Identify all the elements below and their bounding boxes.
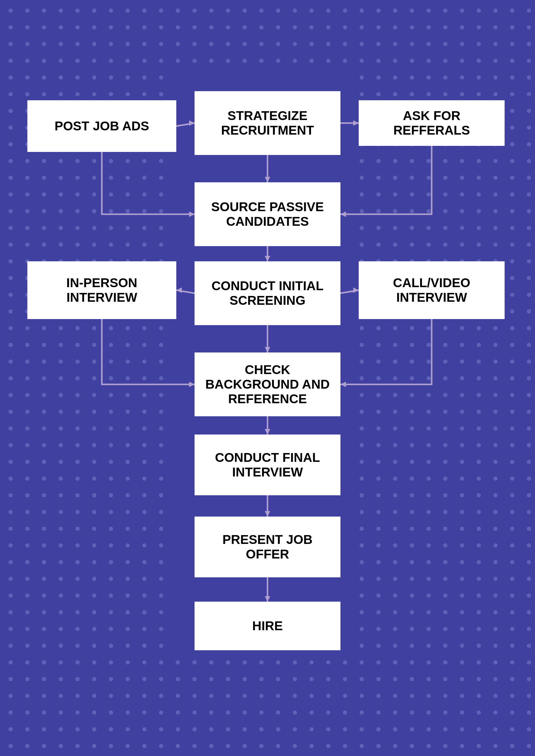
post-job-ads-label: POST JOB ADS: [54, 119, 149, 133]
hire-label: HIRE: [252, 619, 283, 633]
conduct-final-interview-box: CONDUCT FINAL INTERVIEW: [195, 435, 340, 495]
conduct-initial-screening-box: CONDUCT INITIAL SCREENING: [195, 261, 340, 325]
conduct-final-interview-label: CONDUCT FINAL INTERVIEW: [201, 450, 334, 480]
svg-line-4: [176, 290, 195, 293]
in-person-interview-label: IN-PERSON INTERVIEW: [34, 276, 170, 305]
hire-box: HIRE: [195, 602, 340, 650]
strategize-recruitment-box: STRATEGIZE RECRUITMENT: [195, 91, 340, 155]
source-passive-candidates-box: SOURCE PASSIVE CANDIDATES: [195, 182, 340, 246]
check-background-box: CHECK BACKGROUND AND REFERENCE: [195, 352, 340, 416]
conduct-initial-screening-label: CONDUCT INITIAL SCREENING: [201, 279, 334, 308]
ask-for-referrals-box: ASK FOR REFFERALS: [359, 100, 505, 146]
call-video-interview-box: CALL/VIDEO INTERVIEW: [359, 261, 505, 319]
strategize-recruitment-label: STRATEGIZE RECRUITMENT: [201, 108, 334, 138]
check-background-label: CHECK BACKGROUND AND REFERENCE: [201, 363, 334, 407]
call-video-interview-label: CALL/VIDEO INTERVIEW: [365, 276, 498, 305]
in-person-interview-box: IN-PERSON INTERVIEW: [27, 261, 176, 319]
source-passive-candidates-label: SOURCE PASSIVE CANDIDATES: [201, 200, 334, 229]
ask-for-referrals-label: ASK FOR REFFERALS: [365, 108, 498, 138]
post-job-ads-box: POST JOB ADS: [27, 100, 176, 152]
svg-line-5: [340, 290, 359, 293]
svg-line-0: [176, 123, 195, 126]
present-job-offer-box: PRESENT JOB OFFER: [195, 517, 340, 577]
present-job-offer-label: PRESENT JOB OFFER: [201, 532, 334, 562]
